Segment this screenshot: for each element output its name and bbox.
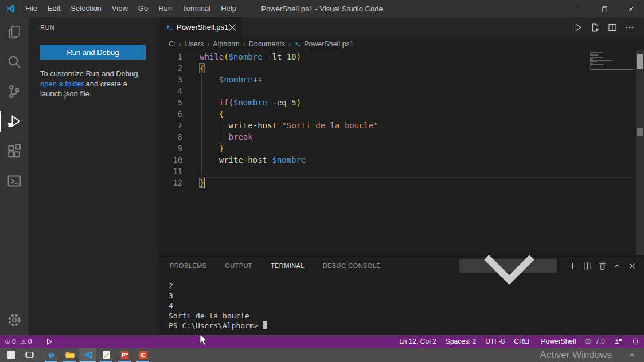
notifications-status-item[interactable] <box>627 335 644 348</box>
maximize-panel-button[interactable] <box>610 258 625 273</box>
powershell-activity-button[interactable] <box>0 166 29 196</box>
run-button[interactable] <box>569 19 587 36</box>
code-line-10[interactable]: 10 write-host $nombre <box>159 154 633 166</box>
start-icon <box>6 350 16 360</box>
encoding-status-item[interactable]: UTF-8 <box>481 335 509 348</box>
token-pl <box>200 155 219 164</box>
menu-view[interactable]: View <box>107 0 133 17</box>
run-and-debug-activity-button[interactable] <box>0 107 29 136</box>
recorder-app-button[interactable]: C <box>134 348 151 362</box>
vscode-app-button[interactable] <box>79 348 96 362</box>
editor-group: PowerShell.ps1 C:›Users›Alphorm›Document… <box>159 17 644 335</box>
code-line-11[interactable]: 11 <box>159 166 633 177</box>
explorer-activity-button[interactable] <box>0 17 29 47</box>
code-line-2[interactable]: 2{ <box>159 62 633 74</box>
minimap[interactable] <box>590 52 634 70</box>
terminal-selector-dropdown[interactable]: 2: PowerShell Integrate <box>459 259 557 273</box>
run-sidebar: RUN Run and Debug To customize Run and D… <box>29 17 159 335</box>
restore-button[interactable] <box>591 0 618 17</box>
line-number: 6 <box>159 108 182 120</box>
run-file-button[interactable] <box>587 19 604 36</box>
panel-tab-output[interactable]: OUTPUT <box>224 258 253 273</box>
close-panel-button[interactable] <box>625 258 639 273</box>
menu-terminal[interactable]: Terminal <box>177 0 216 17</box>
vscode-logo <box>5 3 15 14</box>
run-status-item[interactable] <box>41 335 57 348</box>
kill-terminal-button[interactable] <box>595 258 610 273</box>
token-pl <box>200 121 229 130</box>
panel-tab-debug-console[interactable]: DEBUG CONSOLE <box>322 258 382 273</box>
code-line-7[interactable]: 7 write-host "Sorti de la boucle" <box>159 120 633 131</box>
cursor-position-status-item[interactable]: Ln 12, Col 2 <box>395 335 441 348</box>
window-title: PowerShell.ps1 - Visual Studio Code <box>261 5 383 13</box>
notes-app-button[interactable] <box>97 348 115 362</box>
source-control-activity-button[interactable] <box>0 77 29 107</box>
powershell-version-status-item[interactable]: 7.0 <box>580 335 610 348</box>
start-button[interactable] <box>2 348 19 362</box>
code-line-1[interactable]: 1while($nombre -lt 10) <box>159 51 633 62</box>
menu-edit[interactable]: Edit <box>42 0 65 17</box>
indentation-status-item[interactable]: Spaces: 2 <box>441 335 481 348</box>
menu-selection[interactable]: Selection <box>65 0 106 17</box>
code-lines: 1while($nombre -lt 10)2{3 $nombre++45 if… <box>159 51 633 188</box>
split-terminal-button[interactable] <box>580 258 595 273</box>
code-line-3[interactable]: 3 $nombre++ <box>159 74 633 85</box>
menu-go[interactable]: Go <box>133 0 153 17</box>
code-editor[interactable]: 1while($nombre -lt 10)2{3 $nombre++45 if… <box>159 50 644 255</box>
scrollbar-thumb[interactable] <box>637 54 643 69</box>
feedback-status-item[interactable] <box>610 335 627 348</box>
breadcrumb-item[interactable]: C: <box>169 40 176 48</box>
token-kw: if <box>219 98 229 107</box>
code-line-5[interactable]: 5 if($nombre -eq 5) <box>159 97 633 108</box>
minimize-button[interactable] <box>565 0 591 17</box>
line-number: 12 <box>159 177 182 188</box>
code-line-6[interactable]: 6 { <box>159 108 633 120</box>
tab-powershell-ps1[interactable]: PowerShell.ps1 <box>159 17 241 37</box>
breadcrumb-item[interactable]: Users <box>185 40 204 48</box>
editor-scrollbar[interactable] <box>636 50 644 255</box>
split-editor-button[interactable] <box>604 19 621 36</box>
new-terminal-button[interactable] <box>565 258 580 273</box>
close-window-button[interactable] <box>618 0 644 17</box>
taskbar-apps: ePC <box>0 348 153 362</box>
trash-icon <box>598 262 607 270</box>
panel-tab-problems[interactable]: PROBLEMS <box>169 258 208 273</box>
breadcrumb-item[interactable]: Documents <box>249 40 285 48</box>
panel-tab-terminal[interactable]: TERMINAL <box>270 258 306 273</box>
line-number: 2 <box>159 62 182 74</box>
breadcrumb-file[interactable]: PowerShell.ps1 <box>294 40 354 48</box>
code-line-4[interactable]: 4 <box>159 85 633 97</box>
terminal-cursor <box>263 321 267 329</box>
token-kw: break <box>229 132 253 141</box>
more-actions-button[interactable] <box>621 19 638 36</box>
code-line-12[interactable]: 12} <box>159 177 633 188</box>
menu-file[interactable]: File <box>20 0 42 17</box>
menu-run[interactable]: Run <box>153 0 177 17</box>
breadcrumb-item[interactable]: Alphorm <box>213 40 240 48</box>
tab-close-button[interactable] <box>228 23 237 32</box>
terminal-output[interactable]: 234Sorti de la bouclePS C:\Users\Alphorm… <box>159 275 644 335</box>
extensions-activity-button[interactable] <box>0 136 29 166</box>
panel-controls: 2: PowerShell Integrate <box>459 258 639 273</box>
token-br: { <box>200 64 204 73</box>
code-line-9[interactable]: 9 } <box>159 143 633 154</box>
search-activity-button[interactable] <box>0 47 29 77</box>
code-line-8[interactable]: 8 break <box>159 131 633 143</box>
task-view-button[interactable] <box>21 348 38 362</box>
open-a-folder-link[interactable]: open a folder <box>40 80 84 88</box>
token-op: ++ <box>253 75 263 84</box>
powerpoint-app-button[interactable]: P <box>116 348 133 362</box>
run-and-debug-button[interactable]: Run and Debug <box>40 45 146 60</box>
language-mode-status-item[interactable]: PowerShell <box>537 335 581 348</box>
manage-button[interactable] <box>0 305 29 335</box>
tray-chevron-up-icon[interactable] <box>628 351 636 359</box>
eol-sequence-status-item[interactable]: CRLF <box>509 335 536 348</box>
edge-app-button[interactable]: e <box>42 348 60 362</box>
menu-help[interactable]: Help <box>216 0 241 17</box>
file-explorer-app-button[interactable] <box>61 348 78 362</box>
token-pl <box>200 144 219 153</box>
ps-version-icon <box>585 337 593 345</box>
tab-label: PowerShell.ps1 <box>177 23 228 32</box>
bottom-panel: PROBLEMSOUTPUTTERMINALDEBUG CONSOLE 2: P… <box>159 255 644 335</box>
problems-status-item[interactable]: 0 0 <box>0 335 41 348</box>
